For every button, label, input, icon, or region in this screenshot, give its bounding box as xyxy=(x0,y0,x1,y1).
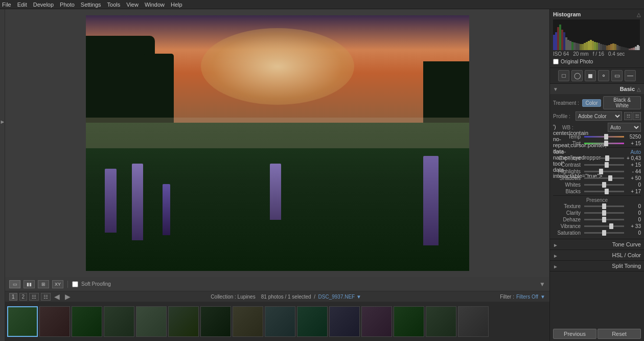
grid-view-btn[interactable]: ☷ xyxy=(29,293,39,301)
photo-container[interactable] xyxy=(86,15,469,271)
menu-window[interactable]: Window xyxy=(145,2,165,8)
basic-arrow-icon: △ xyxy=(637,86,641,92)
highlights-slider-thumb[interactable] xyxy=(599,169,603,174)
clarity-slider-thumb[interactable] xyxy=(602,210,606,216)
contrast-slider-track[interactable] xyxy=(584,164,624,166)
view-single-btn[interactable]: ▭ xyxy=(9,280,20,288)
tint-slider-thumb[interactable] xyxy=(604,141,608,146)
prev-photo-btn[interactable]: ◀ xyxy=(53,292,61,301)
histogram-svg xyxy=(553,19,640,50)
texture-slider-track[interactable] xyxy=(584,206,624,207)
heal-tool[interactable]: ◯ xyxy=(571,70,583,81)
exposure-slider-track[interactable] xyxy=(584,157,624,159)
thumbnail-1[interactable] xyxy=(39,306,70,337)
menu-file[interactable]: File xyxy=(2,2,11,8)
filmstrip-nav-left: 1 2 ☷ ☷ ◀ ▶ xyxy=(9,292,72,301)
view-compare-btn[interactable]: ▮▮ xyxy=(24,280,35,288)
saturation-slider-thumb[interactable] xyxy=(602,230,606,236)
thumbnail-5[interactable] xyxy=(168,306,199,337)
basic-panel-header[interactable]: ▼ Basic △ xyxy=(550,84,644,94)
thumbnail-6[interactable] xyxy=(200,306,231,337)
thumbnail-13[interactable] xyxy=(426,306,456,337)
hsl-color-panel[interactable]: ► HSL / Color xyxy=(550,250,644,261)
shadows-slider-thumb[interactable] xyxy=(608,175,612,181)
redeye-tool[interactable]: — xyxy=(625,70,636,81)
thumbnail-9[interactable] xyxy=(297,306,328,337)
filename-arrow[interactable]: ▼ xyxy=(356,294,361,300)
shadows-slider-track[interactable] xyxy=(584,177,624,179)
texture-slider-thumb[interactable] xyxy=(602,203,606,209)
reset-button[interactable]: Reset xyxy=(597,329,641,339)
menu-view[interactable]: View xyxy=(126,2,139,8)
highlights-slider-track[interactable] xyxy=(584,171,624,172)
thumbnail-4[interactable] xyxy=(136,306,167,337)
filter-dropdown[interactable]: ▼ xyxy=(540,294,545,300)
tint-slider-track[interactable] xyxy=(584,143,624,144)
color-treatment-btn[interactable]: Color xyxy=(582,99,602,107)
thumbnail-8[interactable] xyxy=(265,306,295,337)
temp-slider-thumb[interactable] xyxy=(604,134,608,140)
profile-select[interactable]: Adobe Color xyxy=(576,111,622,121)
thumbnail-3[interactable] xyxy=(104,306,134,337)
saturation-slider-track[interactable] xyxy=(584,232,624,234)
view-grid-btn[interactable]: ⊞ xyxy=(38,280,49,288)
menu-edit[interactable]: Edit xyxy=(17,2,27,8)
profile-list-btn[interactable]: ☷ xyxy=(633,112,641,120)
whites-slider-thumb[interactable] xyxy=(602,182,606,188)
blacks-slider-thumb[interactable] xyxy=(605,189,609,194)
thumbnail-11[interactable] xyxy=(361,306,392,337)
thumbnail-selected-main[interactable] xyxy=(7,306,38,337)
left-panel-arrow[interactable]: ► xyxy=(0,111,5,132)
thumbnail-2[interactable] xyxy=(72,306,102,337)
brush-tool[interactable]: ◼ xyxy=(585,70,596,81)
thumbnail-14[interactable] xyxy=(458,306,489,337)
radial-tool[interactable]: ⚬ xyxy=(598,70,609,81)
profile-grid-btn[interactable]: ☷ xyxy=(624,112,632,120)
filter-value[interactable]: Filters Off xyxy=(516,294,538,300)
dehaze-slider-thumb[interactable] xyxy=(602,217,606,222)
next-photo-btn[interactable]: ▶ xyxy=(63,292,72,301)
exposure-slider-thumb[interactable] xyxy=(605,155,609,161)
dehaze-slider-track[interactable] xyxy=(584,219,624,220)
auto-btn[interactable]: Auto xyxy=(630,149,641,155)
clarity-slider-track[interactable] xyxy=(584,212,624,214)
lupine-center xyxy=(270,164,282,220)
menu-develop[interactable]: Develop xyxy=(33,2,54,8)
zoom-down-btn[interactable]: ▼ xyxy=(539,281,545,288)
thumbnail-12[interactable] xyxy=(394,306,424,337)
menu-help[interactable]: Help xyxy=(171,2,182,8)
vibrance-slider-track[interactable] xyxy=(584,225,624,227)
thumbnail-7[interactable] xyxy=(233,306,263,337)
original-photo-checkbox[interactable] xyxy=(553,59,559,64)
temp-slider-track[interactable] xyxy=(584,136,624,138)
histogram-expand-icon[interactable]: △ xyxy=(637,12,641,17)
split-toning-label: Split Toning xyxy=(559,263,641,269)
crop-tool[interactable]: □ xyxy=(558,70,569,81)
soft-proofing-checkbox[interactable] xyxy=(72,281,78,287)
split-toning-panel[interactable]: ► Split Toning xyxy=(550,261,644,271)
filename-link[interactable]: DSC_9937.NEF xyxy=(318,294,355,300)
thumbnail-10[interactable] xyxy=(329,306,360,337)
blacks-slider-track[interactable] xyxy=(584,191,624,192)
svg-rect-11 xyxy=(576,43,578,50)
menu-tools[interactable]: Tools xyxy=(107,2,121,8)
contrast-slider-thumb[interactable] xyxy=(605,162,609,168)
thumb-img xyxy=(201,307,231,336)
wb-label: WB : xyxy=(562,125,606,130)
tone-curve-expand-icon: ► xyxy=(553,242,557,246)
menu-photo[interactable]: Photo xyxy=(60,2,75,8)
wb-select[interactable]: Auto xyxy=(608,123,641,132)
collection-info: Collection : Lupines 81 photos / 1 selec… xyxy=(211,294,361,300)
tone-curve-panel[interactable]: ► Tone Curve xyxy=(550,239,644,250)
grid-view-btn2[interactable]: ☷ xyxy=(41,293,51,301)
whites-slider-track[interactable] xyxy=(584,184,624,186)
bw-treatment-btn[interactable]: Black & White xyxy=(603,96,641,109)
vibrance-slider-thumb[interactable] xyxy=(609,223,613,229)
view-num-2[interactable]: 2 xyxy=(19,293,28,301)
grad-tool[interactable]: ▭ xyxy=(611,70,623,81)
previous-button[interactable]: Previous xyxy=(553,329,596,339)
menu-settings[interactable]: Settings xyxy=(81,2,101,8)
histogram-label: Histogram xyxy=(553,11,581,17)
view-num-1[interactable]: 1 xyxy=(9,293,17,301)
view-loupe-btn[interactable]: XY xyxy=(52,280,63,288)
